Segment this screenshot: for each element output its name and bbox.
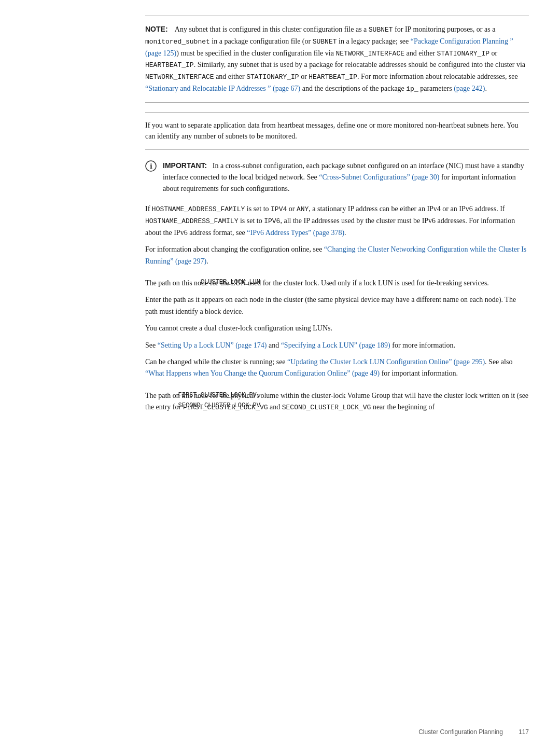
cluster-lock-lun-p3: You cannot create a dual cluster-lock co…: [145, 323, 529, 334]
code-subnet1: SUBNET: [369, 26, 393, 34]
important-label: IMPORTANT:: [163, 161, 207, 170]
monitored-subnets-block: If you want to separate application data…: [145, 112, 529, 150]
code-stationary-ip1: STATIONARY_IP: [437, 50, 489, 58]
svg-text:ℹ: ℹ: [150, 162, 152, 170]
important-text: IMPORTANT: In a cross-subnet configurati…: [163, 160, 529, 194]
code-hostname-family1: HOSTNAME_ADDRESS_FAMILY: [152, 205, 245, 213]
hostname-para-1: If HOSTNAME_ADDRESS_FAMILY is set to IPV…: [145, 203, 529, 239]
link-setting-up-lock-lun[interactable]: “Setting Up a Lock LUN” (page 174): [158, 341, 267, 349]
page: NOTE: Any subnet that is configured in t…: [0, 0, 560, 746]
link-changing-cluster-networking[interactable]: “Changing the Cluster Networking Configu…: [145, 245, 526, 265]
footer-section-label: Cluster Configuration Planning: [418, 728, 503, 736]
link-cross-subnet[interactable]: “Cross-Subnet Configurations” (page 30): [319, 173, 439, 181]
link-specifying-lock-lun[interactable]: “Specifying a Lock LUN” (page 189): [281, 341, 390, 349]
code-any: ANY: [297, 205, 309, 213]
note-section: NOTE: Any subnet that is configured in t…: [145, 16, 529, 103]
code-network-interface2: NETWORK_INTERFACE: [145, 73, 214, 81]
param-cluster-lock-lun: CLUSTER_LOCK_LUN: [145, 278, 270, 287]
content-area: NOTE: Any subnet that is configured in t…: [145, 16, 529, 413]
first-second-cluster-lock-section: FIRST_CLUSTER_LOCK_PV,SECOND_CLUSTER_LOC…: [145, 390, 529, 413]
code-stationary-ip2: STATIONARY_IP: [246, 73, 299, 81]
code-ip-params: ip_: [406, 85, 418, 93]
footer-page-number: 117: [519, 728, 529, 736]
link-page-242[interactable]: (page 242): [454, 85, 485, 92]
cluster-lock-lun-section: CLUSTER_LOCK_LUN The path on this node f…: [145, 278, 529, 380]
code-ipv4: IPV4: [271, 205, 287, 213]
cluster-lock-lun-p2: Enter the path as it appears on each nod…: [145, 294, 529, 317]
code-heartbeat-ip1: HEARTBEAT_IP: [145, 61, 194, 69]
link-ipv6-types[interactable]: “IPv6 Address Types” (page 378): [247, 229, 344, 237]
code-subnet2: SUBNET: [313, 38, 337, 46]
code-ipv6: IPV6: [264, 217, 280, 225]
code-network-interface1: NETWORK_INTERFACE: [335, 50, 404, 58]
cluster-lock-lun-p4: See “Setting Up a Lock LUN” (page 174) a…: [145, 340, 529, 351]
monitored-subnets-para: If you want to separate application data…: [145, 120, 529, 142]
important-block: ℹ IMPORTANT: In a cross-subnet configura…: [145, 160, 529, 194]
code-monitored-subnet: monitored_subnet: [145, 38, 210, 46]
link-what-happens-quorum[interactable]: “What Happens when You Change the Quorum…: [145, 369, 380, 377]
important-icon: ℹ: [145, 160, 157, 174]
code-heartbeat-ip2: HEARTBEAT_IP: [309, 73, 357, 81]
page-footer: Cluster Configuration Planning 117: [418, 728, 529, 736]
link-stationary-relocatable[interactable]: “Stationary and Relocatable IP Addresses…: [145, 85, 300, 92]
param-first-second-cluster-lock: FIRST_CLUSTER_LOCK_PV,SECOND_CLUSTER_LOC…: [145, 390, 270, 411]
hostname-para-2: For information about changing the confi…: [145, 244, 529, 267]
cluster-lock-lun-p5: Can be changed while the cluster is runn…: [145, 356, 529, 380]
note-label: NOTE:: [145, 25, 168, 33]
code-hostname-family2: HOSTNAME_ADDRESS_FAMILY: [145, 217, 238, 225]
note-paragraph: NOTE: Any subnet that is configured in t…: [145, 23, 529, 95]
code-second-cluster-lock-vg: SECOND_CLUSTER_LOCK_VG: [282, 404, 371, 411]
cluster-lock-lun-desc: The path on this node for the LUN used f…: [145, 278, 529, 380]
hostname-address-block: If HOSTNAME_ADDRESS_FAMILY is set to IPV…: [145, 203, 529, 267]
link-updating-cluster-lock[interactable]: “Updating the Cluster Lock LUN Configura…: [287, 358, 485, 366]
